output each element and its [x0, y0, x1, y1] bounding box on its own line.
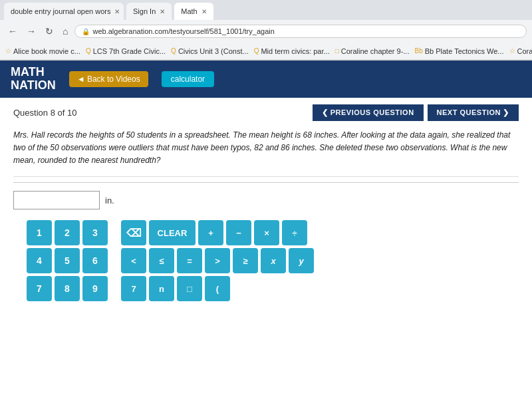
- lock-icon: 🔒: [82, 28, 90, 35]
- address-text: web.algebranation.com/testyourself/581_1…: [92, 27, 274, 35]
- key-7[interactable]: 7: [27, 276, 52, 301]
- minus-key[interactable]: −: [226, 220, 251, 245]
- bookmark-0[interactable]: ☆ Alice book movie c...: [5, 47, 80, 55]
- plus-key[interactable]: +: [198, 220, 223, 245]
- greater-equal-key[interactable]: ≥: [233, 248, 258, 273]
- answer-unit: in.: [105, 196, 114, 205]
- browser-chrome: double entry journal open wors ✕ Sign In…: [0, 0, 532, 61]
- bookmark-icon-4: □: [335, 47, 339, 55]
- calculator-btn[interactable]: calculator: [162, 71, 214, 87]
- key-8[interactable]: 8: [55, 276, 80, 301]
- key-6[interactable]: 6: [82, 248, 108, 273]
- mn-header: MATH NATION ◄ Back to Videos calculator: [0, 61, 532, 98]
- backspace-key[interactable]: ⌫: [121, 220, 146, 245]
- tab-math-label: Math: [181, 7, 197, 15]
- square-key[interactable]: □: [177, 276, 202, 301]
- bookmark-label-4: Coraline chapter 9-...: [341, 47, 410, 55]
- mn-logo: MATH NATION: [11, 66, 56, 92]
- question-number: Question 8 of 10: [13, 108, 76, 118]
- less-than-key[interactable]: <: [121, 248, 146, 273]
- reload-btn[interactable]: ↻: [43, 25, 56, 38]
- page-content: MATH NATION ◄ Back to Videos calculator …: [0, 61, 532, 399]
- answer-row: in.: [13, 182, 519, 209]
- var-y-key[interactable]: y: [289, 248, 314, 273]
- key-2[interactable]: 2: [55, 220, 80, 245]
- tab-journal[interactable]: double entry journal open wors ✕: [4, 3, 124, 20]
- bookmarks-bar: ☆ Alice book movie c... Q LCS 7th Grade …: [0, 43, 532, 60]
- tab-bar: double entry journal open wors ✕ Sign In…: [0, 0, 532, 20]
- bookmark-icon-3: Q: [254, 47, 259, 55]
- tab-journal-label: double entry journal open wors: [11, 7, 110, 15]
- logo-line1: MATH: [11, 66, 56, 79]
- left-paren-key[interactable]: (: [205, 276, 230, 301]
- tab-journal-close[interactable]: ✕: [114, 8, 120, 15]
- question-meta-row: Question 8 of 10 ❮ PREVIOUS QUESTION NEX…: [13, 104, 519, 121]
- bookmark-label-1: LCS 7th Grade Civic...: [93, 47, 166, 55]
- bookmark-icon-2: Q: [171, 47, 176, 55]
- key-4[interactable]: 4: [27, 248, 52, 273]
- multiply-key[interactable]: ×: [254, 220, 279, 245]
- key-5[interactable]: 5: [55, 248, 80, 273]
- less-equal-key[interactable]: ≤: [149, 248, 174, 273]
- address-bar[interactable]: 🔒 web.algebranation.com/testyourself/581…: [74, 25, 527, 38]
- tab-math[interactable]: Math ✕: [174, 3, 213, 20]
- var-x-key[interactable]: x: [261, 248, 286, 273]
- next-question-btn[interactable]: NEXT QUESTION ❯: [428, 104, 519, 121]
- back-nav-btn[interactable]: ←: [5, 25, 20, 38]
- bookmark-icon-6: ☆: [509, 47, 515, 55]
- address-bar-row: ← → ↻ ⌂ 🔒 web.algebranation.com/testyour…: [0, 20, 532, 43]
- greater-than-key[interactable]: >: [205, 248, 230, 273]
- bookmark-icon-1: Q: [86, 47, 91, 55]
- question-area: Question 8 of 10 ❮ PREVIOUS QUESTION NEX…: [0, 98, 532, 309]
- bookmark-label-3: Mid term civics: par...: [261, 47, 329, 55]
- key-3[interactable]: 3: [82, 220, 108, 245]
- bookmark-5[interactable]: Bb Bb Plate Tectonics We...: [414, 47, 503, 55]
- extra-7-key[interactable]: 7: [121, 276, 146, 301]
- op-row-1: ⌫ CLEAR + − × ÷: [121, 220, 314, 245]
- logo-line2: NATION: [11, 79, 56, 92]
- prev-question-btn[interactable]: ❮ PREVIOUS QUESTION: [313, 104, 424, 121]
- home-btn[interactable]: ⌂: [60, 25, 70, 38]
- bookmark-2[interactable]: Q Civics Unit 3 (Const...: [171, 47, 249, 55]
- bookmark-label-6: Coraline b: [517, 47, 532, 55]
- tab-math-close[interactable]: ✕: [201, 8, 207, 15]
- divide-key[interactable]: ÷: [282, 220, 307, 245]
- bookmark-icon-0: ☆: [5, 47, 11, 55]
- bookmark-label-5: Bb Plate Tectonics We...: [425, 47, 504, 55]
- bookmark-label-0: Alice book movie c...: [13, 47, 80, 55]
- divider: [13, 176, 519, 177]
- tab-signin[interactable]: Sign In ✕: [126, 3, 172, 20]
- keypad: 1 2 3 4 5 6 7 8 9 ⌫ CLEAR + − × ÷: [13, 220, 519, 301]
- key-1[interactable]: 1: [27, 220, 52, 245]
- bookmark-4[interactable]: □ Coraline chapter 9-...: [335, 47, 410, 55]
- equals-key[interactable]: =: [177, 248, 202, 273]
- op-row-3: 7 n □ (: [121, 276, 314, 301]
- op-row-2: < ≤ = > ≥ x y: [121, 248, 314, 273]
- bookmark-3[interactable]: Q Mid term civics: par...: [254, 47, 330, 55]
- question-text: Mrs. Hall records the heights of 50 stud…: [13, 129, 519, 168]
- answer-input[interactable]: [13, 191, 100, 209]
- bookmark-label-2: Civics Unit 3 (Const...: [178, 47, 249, 55]
- tab-signin-close[interactable]: ✕: [160, 8, 165, 15]
- tab-signin-label: Sign In: [133, 7, 156, 15]
- bookmark-icon-5: Bb: [414, 47, 422, 55]
- var-n-key[interactable]: n: [149, 276, 174, 301]
- clear-key[interactable]: CLEAR: [149, 220, 196, 245]
- num-pad: 1 2 3 4 5 6 7 8 9: [27, 220, 108, 301]
- question-nav-btns: ❮ PREVIOUS QUESTION NEXT QUESTION ❯: [313, 104, 519, 121]
- op-pad: ⌫ CLEAR + − × ÷ < ≤ = > ≥ x y 7: [121, 220, 314, 301]
- key-9[interactable]: 9: [82, 276, 108, 301]
- back-to-videos-btn[interactable]: ◄ Back to Videos: [69, 71, 148, 87]
- bookmark-6[interactable]: ☆ Coraline b: [509, 47, 532, 55]
- bookmark-1[interactable]: Q LCS 7th Grade Civic...: [86, 47, 166, 55]
- forward-nav-btn[interactable]: →: [24, 25, 39, 38]
